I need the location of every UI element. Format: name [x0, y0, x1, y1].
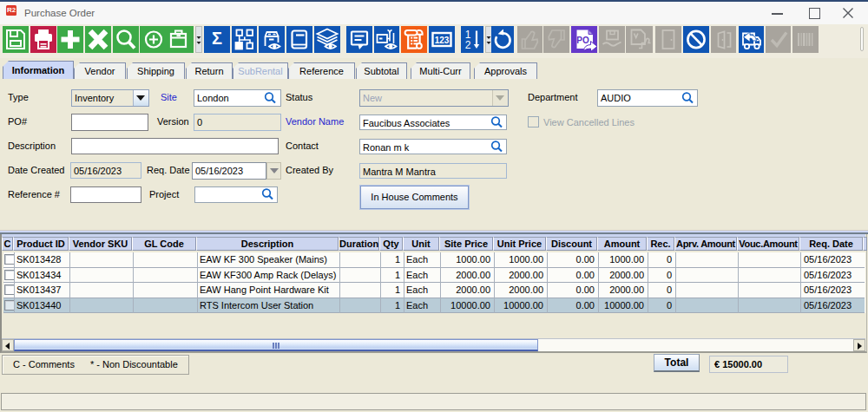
svg-text:123: 123	[434, 36, 449, 45]
svg-text:PO: PO	[576, 36, 589, 45]
svg-text:2: 2	[464, 39, 470, 51]
